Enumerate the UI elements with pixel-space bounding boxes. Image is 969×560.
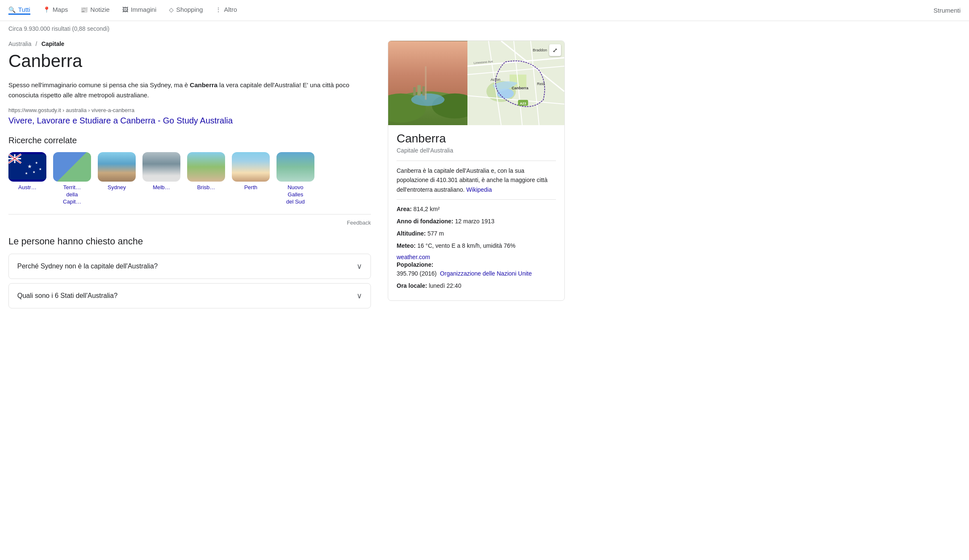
kp-panel-container: A23 Braddon Acton Canberra Reid Limeston…: [388, 40, 565, 301]
related-label-brisb: Brisb…: [197, 184, 215, 191]
feedback-link[interactable]: Feedback: [347, 220, 371, 226]
related-searches-section: Ricerche correlate: [8, 136, 371, 226]
shopping-icon: ◇: [169, 6, 174, 13]
tools-button[interactable]: Strumenti: [934, 7, 961, 14]
nav-item-immagini[interactable]: 🖼 Immagini: [122, 6, 156, 15]
kp-fact-area-value: 814,2 km²: [413, 205, 440, 214]
related-thumb-nsw: [276, 152, 314, 182]
kp-fact-local-time-label: Ora locale:: [397, 281, 427, 290]
paa-question-1: Perché Sydney non è la capitale dell'Aus…: [17, 263, 158, 270]
kp-fact-local-time: Ora locale: lunedì 22:40: [397, 281, 556, 290]
related-label-sydney: Sydney: [107, 184, 126, 191]
breadcrumb-current: Capitale: [41, 40, 64, 47]
paa-item-1[interactable]: Perché Sydney non è la capitale dell'Aus…: [8, 254, 371, 279]
related-item-territ[interactable]: Territ…dellaCapit…: [53, 152, 91, 206]
related-item-perth[interactable]: Perth: [232, 152, 270, 206]
svg-text:Canberra: Canberra: [512, 86, 529, 90]
page-title: Canberra: [8, 51, 371, 72]
kp-fact-weather-label: Meteo:: [397, 241, 416, 250]
kp-fact-founding: Anno di fondazione: 12 marzo 1913: [397, 217, 556, 226]
maps-icon: 📍: [43, 6, 50, 13]
related-item-nsw[interactable]: NuovoGallesdel Sud: [276, 152, 314, 206]
chevron-down-icon-2: ∨: [357, 291, 362, 300]
svg-text:★: ★: [27, 163, 32, 169]
main-description: Spesso nell'immaginario comune si pensa …: [8, 80, 371, 100]
nav-item-shopping[interactable]: ◇ Shopping: [169, 6, 203, 15]
kp-subtitle: Capitale dell'Australia: [397, 147, 556, 154]
related-searches-title: Ricerche correlate: [8, 136, 371, 145]
svg-rect-20: [422, 86, 425, 96]
svg-rect-19: [417, 85, 421, 96]
kp-fact-population: Popolazione: 395.790 (2016) Organizzazio…: [397, 260, 556, 278]
kp-fact-area-label: Area:: [397, 205, 412, 214]
svg-text:Braddon: Braddon: [533, 48, 547, 52]
population-source-link[interactable]: Organizzazione delle Nazioni Unite: [440, 270, 532, 277]
related-item-melb[interactable]: Melb…: [142, 152, 180, 206]
kp-images: A23 Braddon Acton Canberra Reid Limeston…: [388, 41, 564, 125]
kp-city-photo: [388, 41, 467, 125]
related-item-brisb[interactable]: Brisb…: [187, 152, 225, 206]
svg-text:★: ★: [39, 167, 42, 171]
svg-rect-21: [425, 66, 427, 99]
images-icon: 🖼: [122, 6, 128, 13]
related-thumb-australia: ★ ★ ★ ★ ★: [8, 152, 46, 182]
related-item-sydney[interactable]: Sydney: [98, 152, 136, 206]
kp-wikipedia-link[interactable]: Wikipedia: [466, 186, 492, 193]
desc-bold: Canberra: [190, 81, 217, 88]
kp-fact-altitude: Altitudine: 577 m: [397, 229, 556, 238]
kp-fact-population-label: Popolazione:: [397, 260, 433, 269]
related-thumb-perth: [232, 152, 270, 182]
expand-icon: ⤢: [553, 47, 558, 54]
desc-text-1: Spesso nell'immaginario comune si pensa …: [8, 81, 190, 88]
kp-fact-population-value: 395.790 (2016) Organizzazione delle Nazi…: [397, 269, 532, 278]
related-label-territ: Territ…dellaCapit…: [63, 184, 81, 206]
expand-map-button[interactable]: ⤢: [549, 44, 561, 56]
related-label-perth: Perth: [244, 184, 257, 191]
results-count: Circa 9.930.000 risultati (0,88 secondi): [0, 21, 969, 36]
kp-divider-2: [397, 199, 556, 200]
nav-item-maps[interactable]: 📍 Maps: [43, 6, 68, 15]
weather-link[interactable]: weather.com: [397, 254, 556, 260]
related-thumb-brisb: [187, 152, 225, 182]
kp-fact-area: Area: 814,2 km²: [397, 205, 556, 214]
search-icon: 🔍: [8, 6, 16, 13]
main-layout: Australia / Capitale Canberra Spesso nel…: [0, 36, 969, 317]
nav-item-tutti[interactable]: 🔍 Tutti: [8, 6, 30, 15]
paa-item-2[interactable]: Quali sono i 6 Stati dell'Australia? ∨: [8, 283, 371, 308]
left-column: Australia / Capitale Canberra Spesso nel…: [8, 40, 371, 313]
breadcrumb: Australia / Capitale: [8, 40, 371, 47]
kp-fact-local-time-value: lunedì 22:40: [429, 281, 461, 290]
paa-question-2: Quali sono i 6 Stati dell'Australia?: [17, 292, 118, 300]
svg-rect-18: [413, 87, 416, 96]
svg-text:Acton: Acton: [491, 78, 500, 82]
nav-item-altro[interactable]: ⋮ Altro: [215, 6, 237, 15]
kp-fact-founding-value: 12 marzo 1913: [455, 217, 494, 226]
kp-body: Canberra Capitale dell'Australia Canberr…: [388, 125, 564, 300]
svg-text:Reid: Reid: [537, 82, 545, 86]
svg-text:★: ★: [32, 170, 35, 174]
breadcrumb-parent[interactable]: Australia: [8, 40, 31, 47]
kp-fact-weather: Meteo: 16 °C, vento E a 8 km/h, umidità …: [397, 241, 556, 250]
kp-fact-altitude-value: 577 m: [427, 229, 444, 238]
kp-fact-altitude-label: Altitudine:: [397, 229, 426, 238]
related-item-australia[interactable]: ★ ★ ★ ★ ★ Austr…: [8, 152, 46, 206]
more-icon: ⋮: [215, 6, 221, 13]
kp-map: A23 Braddon Acton Canberra Reid Limeston…: [467, 41, 564, 125]
source-url: https://www.gostudy.it › australia › viv…: [8, 107, 371, 113]
paa-title: Le persone hanno chiesto anche: [8, 236, 371, 247]
chevron-down-icon-1: ∨: [357, 262, 362, 271]
top-navigation: 🔍 Tutti 📍 Maps 📰 Notizie 🖼 Immagini ◇ Sh…: [0, 0, 969, 21]
main-result-link[interactable]: Vivere, Lavorare e Studiare a Canberra -…: [8, 116, 371, 126]
related-thumb-sydney: [98, 152, 136, 182]
svg-text:★: ★: [25, 171, 28, 175]
breadcrumb-separator: /: [35, 40, 37, 47]
svg-text:★: ★: [35, 161, 38, 165]
kp-name: Canberra: [397, 132, 556, 145]
related-grid: ★ ★ ★ ★ ★ Austr… Territ…dellaCapit…: [8, 152, 371, 206]
kp-fact-founding-label: Anno di fondazione:: [397, 217, 454, 226]
paa-section: Le persone hanno chiesto anche Perché Sy…: [8, 236, 371, 308]
related-label-melb: Melb…: [153, 184, 170, 191]
news-icon: 📰: [81, 6, 88, 13]
kp-fact-weather-value: 16 °C, vento E a 8 km/h, umidità 76%: [417, 241, 515, 250]
nav-item-notizie[interactable]: 📰 Notizie: [81, 6, 110, 15]
